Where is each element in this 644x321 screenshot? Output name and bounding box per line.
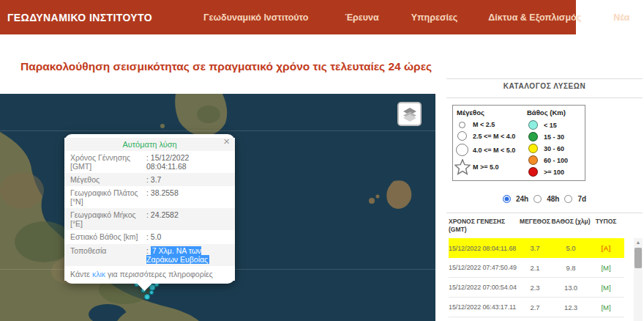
map-layers-control[interactable] xyxy=(397,102,422,126)
site-logo[interactable]: ΓΕΩΔΥΝΑΜΙΚΟ ΙΝΣΤΙΤΟΥΤΟ xyxy=(7,12,152,23)
menu-item-institute[interactable]: Γεωδυναμικό Ινστιτούτο xyxy=(203,12,308,23)
small-circle-icon xyxy=(459,122,465,128)
events-table: 15/12/2022 08:04:11.68 3.7 5.0 [A] 15/12… xyxy=(449,238,624,317)
legend-item: M >= 5.0 xyxy=(457,159,527,175)
legend-item: M < 2.5 xyxy=(457,121,527,128)
radio-48h[interactable] xyxy=(533,195,542,203)
table-row[interactable]: 15/12/2022 07:47:50.49 2.1 9.8 [M] xyxy=(449,258,624,278)
depth-color-dot xyxy=(528,132,538,141)
depth-color-dot xyxy=(528,167,538,177)
seismicity-map[interactable]: × Αυτόματη λύση Χρόνος Γέννησης [GMT] : … xyxy=(0,94,435,321)
depth-color-dot xyxy=(528,120,538,130)
star-icon xyxy=(454,159,471,175)
large-circle-icon xyxy=(456,144,468,156)
medium-circle-icon xyxy=(457,131,467,141)
legend-item: 60 - 100 xyxy=(527,155,581,165)
divider xyxy=(446,213,643,213)
depth-color-dot xyxy=(528,144,538,153)
type-badge: [M] xyxy=(591,284,621,292)
page-title: Παρακολούθηση σεισμικότητας σε πραγματικ… xyxy=(20,60,432,73)
table-row[interactable]: 15/12/2022 08:04:11.68 3.7 5.0 [A] xyxy=(449,238,624,258)
magnitude-legend-title: Μέγεθος xyxy=(457,108,527,117)
divider xyxy=(446,78,643,79)
legend-item: 2.5 <= M < 4.0 xyxy=(457,131,527,141)
type-badge: [M] xyxy=(591,303,621,311)
radio-24h-label[interactable]: 24h xyxy=(516,195,528,203)
popup-title: Αυτόματη λύση xyxy=(64,138,235,151)
table-row[interactable]: 15/12/2022 06:43:17.11 2.7 12.3 [M] xyxy=(449,298,624,317)
close-icon[interactable]: × xyxy=(223,136,230,147)
popup-row-location: Τοποθεσία : 7 Χλμ. ΝΑ των Ζαράκων Ευβοία… xyxy=(64,244,235,266)
type-badge: [M] xyxy=(591,264,621,272)
solutions-sidebar: ΚΑΤΑΛΟΓΟΣ ΛΥΣΕΩΝ Μέγεθος M < 2.5 2.5 <= … xyxy=(446,0,643,321)
menu-item-research[interactable]: Έρευνα xyxy=(345,12,378,23)
radio-7d[interactable] xyxy=(564,195,572,203)
popup-row-longitude: Γεωγραφικό Μήκος [°Ε] : 24.2582 xyxy=(64,208,235,230)
divider xyxy=(446,97,643,98)
map-legend: Μέγεθος M < 2.5 2.5 <= M < 4.0 4.0 <= M … xyxy=(452,105,585,181)
popup-row-magnitude: Μέγεθος : 3.7 xyxy=(64,173,235,186)
radio-48h-label[interactable]: 48h xyxy=(547,195,559,203)
time-range-selector: 24h 48h 7d xyxy=(446,195,643,203)
popup-row-origin-time: Χρόνος Γέννησης [GMT] : 15/12/2022 08:04… xyxy=(64,151,235,173)
quake-popup: × Αυτόματη λύση Χρόνος Γέννησης [GMT] : … xyxy=(64,134,235,284)
legend-item: < 15 xyxy=(527,120,581,130)
depth-color-dot xyxy=(528,155,538,165)
depth-legend-title: Βάθος (Km) xyxy=(527,108,581,117)
scroll-up-icon[interactable]: ▲ xyxy=(634,238,643,247)
radio-7d-label[interactable]: 7d xyxy=(577,195,586,203)
events-table-header: ΧΡΟΝΟΣ ΓΕΝΕΣΗΣ (GMT) ΜΕΓΕΘΟΣ ΒΑΘΟΣ (χλμ)… xyxy=(449,218,624,233)
magnitude-legend: Μέγεθος M < 2.5 2.5 <= M < 4.0 4.0 <= M … xyxy=(457,108,527,177)
table-row[interactable]: 15/12/2022 07:00:54.04 2.3 13.0 [M] xyxy=(449,278,624,298)
selected-location-text: 7 Χλμ. ΝΑ των Ζαράκων Ευβοίας xyxy=(146,246,209,264)
popup-row-latitude: Γεωγραφικό Πλάτος [°N] : 38.2558 xyxy=(64,186,235,208)
popup-footer: Κάντε κλικ για περισσότερες πληροφορίες xyxy=(64,266,235,281)
type-badge: [A] xyxy=(591,244,621,252)
radio-24h[interactable] xyxy=(503,195,511,203)
table-scrollbar[interactable]: ▲ xyxy=(634,238,643,321)
legend-item: >= 100 xyxy=(527,167,581,177)
legend-item: 30 - 60 xyxy=(527,144,581,153)
popup-row-depth: Εστιακό Βάθος [km] : 5.0 xyxy=(64,230,235,243)
click-link[interactable]: κλικ xyxy=(92,270,105,278)
depth-legend: Βάθος (Km) < 15 15 - 30 30 - 60 60 - 100… xyxy=(527,108,581,177)
legend-item: 4.0 <= M < 5.0 xyxy=(457,144,527,156)
catalog-header: ΚΑΤΑΛΟΓΟΣ ΛΥΣΕΩΝ xyxy=(446,82,643,90)
legend-item: 15 - 30 xyxy=(527,132,581,141)
layers-icon xyxy=(402,107,418,122)
scrollbar-thumb[interactable] xyxy=(634,248,642,268)
